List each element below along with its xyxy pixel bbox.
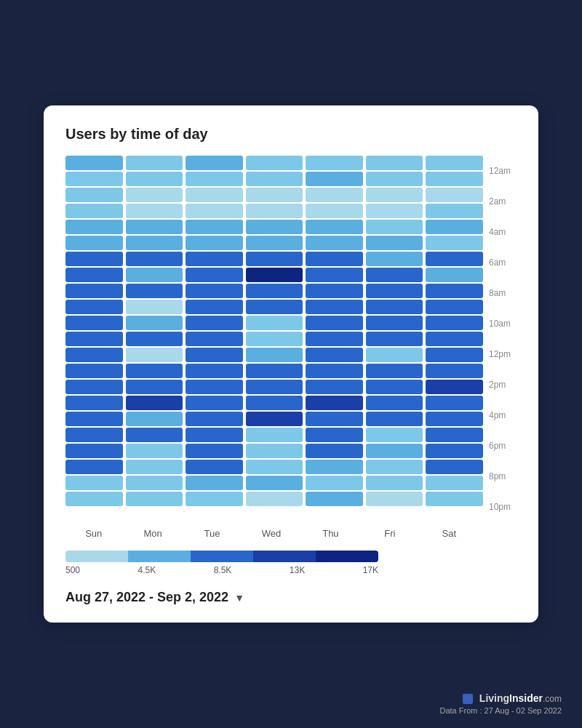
heatmap-cell[interactable] — [426, 204, 483, 218]
heatmap-cell[interactable] — [366, 268, 423, 282]
heatmap-cell[interactable] — [426, 396, 483, 410]
heatmap-cell[interactable] — [366, 412, 423, 426]
heatmap-cell[interactable] — [366, 172, 423, 186]
heatmap-cell[interactable] — [426, 172, 483, 186]
heatmap-cell[interactable] — [366, 332, 423, 346]
heatmap-cell[interactable] — [426, 380, 483, 394]
heatmap-cell[interactable] — [426, 444, 483, 458]
heatmap-cell[interactable] — [306, 300, 363, 314]
heatmap-cell[interactable] — [246, 220, 303, 234]
heatmap-cell[interactable] — [65, 236, 123, 250]
heatmap-cell[interactable] — [186, 220, 243, 234]
heatmap-cell[interactable] — [366, 204, 423, 218]
heatmap-cell[interactable] — [306, 380, 363, 394]
heatmap-cell[interactable] — [246, 316, 303, 330]
date-range-row[interactable]: Aug 27, 2022 - Sep 2, 2022 ▼ — [65, 590, 517, 605]
heatmap-cell[interactable] — [65, 444, 123, 458]
heatmap-cell[interactable] — [306, 316, 363, 330]
heatmap-cell[interactable] — [246, 188, 303, 202]
heatmap-cell[interactable] — [246, 172, 303, 186]
heatmap-cell[interactable] — [126, 236, 183, 250]
heatmap-cell[interactable] — [246, 300, 303, 314]
heatmap-cell[interactable] — [366, 300, 423, 314]
heatmap-cell[interactable] — [126, 492, 183, 506]
heatmap-cell[interactable] — [306, 476, 363, 490]
heatmap-cell[interactable] — [306, 268, 363, 282]
heatmap-cell[interactable] — [186, 380, 243, 394]
heatmap-cell[interactable] — [306, 284, 363, 298]
heatmap-cell[interactable] — [126, 364, 183, 378]
dropdown-arrow-icon[interactable]: ▼ — [234, 592, 244, 604]
heatmap-cell[interactable] — [426, 460, 483, 474]
heatmap-cell[interactable] — [306, 428, 363, 442]
heatmap-cell[interactable] — [426, 236, 483, 250]
heatmap-cell[interactable] — [246, 412, 303, 426]
heatmap-cell[interactable] — [126, 172, 183, 186]
heatmap-cell[interactable] — [366, 380, 423, 394]
heatmap-cell[interactable] — [306, 396, 363, 410]
heatmap-cell[interactable] — [126, 348, 183, 362]
heatmap-cell[interactable] — [126, 204, 183, 218]
heatmap-cell[interactable] — [246, 348, 303, 362]
heatmap-cell[interactable] — [186, 236, 243, 250]
heatmap-cell[interactable] — [246, 492, 303, 506]
heatmap-cell[interactable] — [186, 252, 243, 266]
heatmap-cell[interactable] — [126, 284, 183, 298]
heatmap-cell[interactable] — [186, 172, 243, 186]
heatmap-cell[interactable] — [126, 380, 183, 394]
heatmap-cell[interactable] — [65, 316, 123, 330]
heatmap-cell[interactable] — [306, 172, 363, 186]
heatmap-cell[interactable] — [366, 364, 423, 378]
heatmap-cell[interactable] — [246, 380, 303, 394]
heatmap-cell[interactable] — [426, 284, 483, 298]
heatmap-cell[interactable] — [246, 332, 303, 346]
heatmap-cell[interactable] — [126, 444, 183, 458]
heatmap-cell[interactable] — [126, 412, 183, 426]
heatmap-cell[interactable] — [186, 268, 243, 282]
heatmap-cell[interactable] — [65, 492, 123, 506]
heatmap-cell[interactable] — [246, 364, 303, 378]
heatmap-cell[interactable] — [426, 476, 483, 490]
heatmap-cell[interactable] — [306, 364, 363, 378]
heatmap-cell[interactable] — [306, 252, 363, 266]
heatmap-cell[interactable] — [126, 316, 183, 330]
heatmap-cell[interactable] — [186, 412, 243, 426]
heatmap-cell[interactable] — [186, 188, 243, 202]
heatmap-cell[interactable] — [426, 220, 483, 234]
heatmap-cell[interactable] — [426, 252, 483, 266]
heatmap-cell[interactable] — [426, 188, 483, 202]
heatmap-cell[interactable] — [426, 300, 483, 314]
heatmap-cell[interactable] — [366, 188, 423, 202]
heatmap-cell[interactable] — [186, 444, 243, 458]
heatmap-cell[interactable] — [246, 396, 303, 410]
heatmap-cell[interactable] — [65, 284, 123, 298]
heatmap-cell[interactable] — [65, 428, 123, 442]
heatmap-cell[interactable] — [306, 492, 363, 506]
heatmap-cell[interactable] — [246, 236, 303, 250]
heatmap-cell[interactable] — [65, 364, 123, 378]
heatmap-cell[interactable] — [426, 348, 483, 362]
heatmap-cell[interactable] — [366, 428, 423, 442]
heatmap-cell[interactable] — [306, 444, 363, 458]
heatmap-cell[interactable] — [126, 252, 183, 266]
heatmap-cell[interactable] — [65, 252, 123, 266]
heatmap-cell[interactable] — [246, 204, 303, 218]
heatmap-cell[interactable] — [426, 268, 483, 282]
heatmap-cell[interactable] — [366, 236, 423, 250]
heatmap-cell[interactable] — [186, 396, 243, 410]
heatmap-cell[interactable] — [65, 348, 123, 362]
heatmap-cell[interactable] — [186, 492, 243, 506]
heatmap-cell[interactable] — [186, 300, 243, 314]
heatmap-cell[interactable] — [366, 252, 423, 266]
heatmap-cell[interactable] — [65, 396, 123, 410]
heatmap-cell[interactable] — [126, 268, 183, 282]
heatmap-cell[interactable] — [306, 156, 363, 170]
heatmap-cell[interactable] — [65, 300, 123, 314]
heatmap-cell[interactable] — [186, 204, 243, 218]
heatmap-cell[interactable] — [246, 428, 303, 442]
heatmap-cell[interactable] — [186, 332, 243, 346]
heatmap-cell[interactable] — [306, 220, 363, 234]
heatmap-cell[interactable] — [306, 460, 363, 474]
heatmap-cell[interactable] — [186, 156, 243, 170]
heatmap-cell[interactable] — [126, 188, 183, 202]
